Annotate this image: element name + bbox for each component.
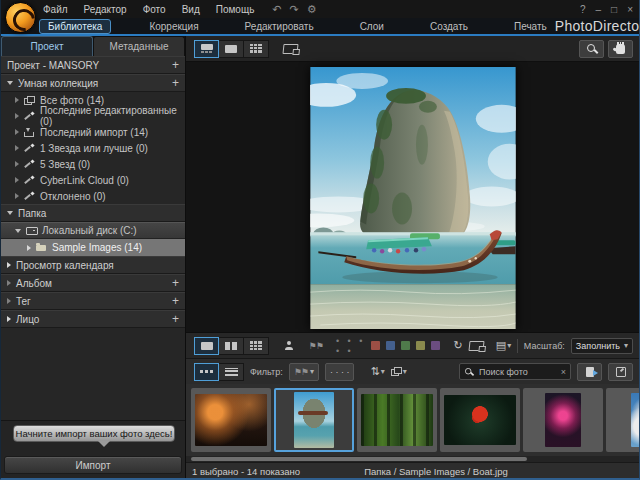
expander-open-icon[interactable] bbox=[15, 229, 21, 233]
tree-item-five-stars[interactable]: 5 Звезд (0) bbox=[1, 156, 185, 172]
add-smart-collection-icon[interactable]: + bbox=[172, 78, 179, 88]
list-view-button[interactable] bbox=[219, 363, 244, 381]
view-photo-filmstrip-button[interactable] bbox=[194, 40, 219, 58]
add-tag-icon[interactable]: + bbox=[172, 296, 179, 306]
color-tag-purple[interactable] bbox=[431, 341, 440, 350]
thumbnail-clouds[interactable] bbox=[606, 388, 640, 452]
window-minimize-button[interactable]: – bbox=[596, 4, 602, 15]
zoom-level-dropdown[interactable]: Заполнить ▾ bbox=[571, 338, 633, 354]
tree-item-sample-images[interactable]: Sample Images (14) bbox=[1, 239, 185, 256]
expander-closed-icon[interactable] bbox=[15, 161, 19, 167]
tab-library[interactable]: Библиотека bbox=[39, 19, 111, 34]
secondary-display-icon[interactable] bbox=[282, 44, 298, 54]
menu-editor[interactable]: Редактор bbox=[84, 4, 127, 15]
expander-closed-icon[interactable] bbox=[7, 316, 11, 322]
rating-filter-button[interactable]: · · · · bbox=[325, 363, 355, 381]
tree-item-label: Sample Images (14) bbox=[52, 242, 142, 253]
add-album-icon[interactable]: + bbox=[172, 278, 179, 288]
menu-file[interactable]: Файл bbox=[43, 4, 68, 15]
face-tag-icon[interactable] bbox=[284, 341, 294, 350]
tab-adjustment[interactable]: Коррекция bbox=[141, 20, 206, 33]
tree-item-local-disk[interactable]: Локальный диск (C:) bbox=[1, 222, 185, 239]
add-face-icon[interactable]: + bbox=[172, 314, 179, 324]
tree-item-cyberlink-cloud[interactable]: CyberLink Cloud (0) bbox=[1, 172, 185, 188]
thumbnail-forest[interactable] bbox=[357, 388, 437, 452]
tab-project[interactable]: Проект bbox=[1, 36, 93, 56]
small-thumbnails-button[interactable] bbox=[194, 363, 219, 381]
color-tag-blue[interactable] bbox=[386, 341, 395, 350]
thumbnail-options-button[interactable]: ▤ ▾ bbox=[496, 339, 511, 352]
slideshow-icon[interactable] bbox=[468, 341, 484, 351]
undo-icon[interactable]: ↶ bbox=[272, 3, 281, 16]
expander-closed-icon[interactable] bbox=[15, 145, 19, 151]
tag-section-header[interactable]: Тег + bbox=[1, 292, 185, 310]
photo-canvas bbox=[186, 62, 640, 332]
album-section-header[interactable]: Альбом + bbox=[1, 274, 185, 292]
expander-closed-icon[interactable] bbox=[15, 177, 19, 183]
thumbnail-red-leaf[interactable] bbox=[440, 388, 520, 452]
menu-photo[interactable]: Фото bbox=[143, 4, 166, 15]
expander-closed-icon[interactable] bbox=[15, 113, 19, 119]
tree-item-rejected[interactable]: Отклонено (0) bbox=[1, 188, 185, 204]
settings-gear-icon[interactable]: ⚙ bbox=[307, 3, 317, 16]
view-photo-only-button[interactable] bbox=[219, 40, 244, 58]
single-view-button[interactable] bbox=[194, 337, 219, 355]
redo-icon[interactable]: ↷ bbox=[290, 3, 299, 16]
photos-stack-icon bbox=[24, 96, 35, 105]
star-rating-dots[interactable]: • • • • • bbox=[336, 336, 366, 356]
scrollbar-thumb[interactable] bbox=[191, 457, 527, 461]
import-button[interactable]: Импорт bbox=[4, 456, 182, 474]
open-external-button[interactable] bbox=[608, 363, 633, 381]
expander-closed-icon[interactable] bbox=[15, 129, 19, 135]
add-project-icon[interactable]: + bbox=[172, 60, 179, 70]
thumbnail-basketball[interactable] bbox=[191, 388, 271, 452]
smart-collection-header[interactable]: Умная коллекция + bbox=[1, 74, 185, 92]
menu-help[interactable]: Помощь bbox=[216, 4, 255, 15]
rotate-icon[interactable]: ↻ bbox=[454, 339, 463, 352]
clear-search-icon[interactable]: × bbox=[561, 367, 566, 377]
main-photo[interactable] bbox=[310, 67, 516, 329]
expander-open-icon[interactable] bbox=[7, 81, 13, 85]
expander-closed-icon[interactable] bbox=[15, 97, 19, 103]
grid-view-button[interactable] bbox=[244, 337, 269, 355]
window-close-button[interactable]: × bbox=[627, 4, 633, 15]
color-tag-red[interactable] bbox=[371, 341, 380, 350]
pan-tool-button[interactable] bbox=[608, 40, 633, 58]
expander-closed-icon[interactable] bbox=[7, 280, 11, 286]
tab-print[interactable]: Печать bbox=[506, 20, 555, 33]
tree-item-one-star[interactable]: 1 Звезда или лучше (0) bbox=[1, 140, 185, 156]
sort-button[interactable]: ⇅ ▾ bbox=[370, 365, 384, 378]
flag-filter-button[interactable]: ⚑⚑ ▾ bbox=[289, 363, 319, 381]
window-help-button[interactable]: ? bbox=[580, 4, 586, 15]
tab-edit[interactable]: Редактировать bbox=[237, 20, 322, 33]
thumbnail-boat-selected[interactable] bbox=[274, 388, 354, 452]
photo-search-box[interactable]: × bbox=[459, 363, 571, 380]
calendar-section-header[interactable]: Просмотр календаря bbox=[1, 256, 185, 274]
expander-closed-icon[interactable] bbox=[27, 245, 31, 251]
folder-section-header[interactable]: Папка bbox=[1, 204, 185, 222]
thumbnail-neon-shop[interactable] bbox=[523, 388, 603, 452]
project-name: Проект - MANSORY bbox=[7, 60, 99, 71]
zoom-tool-button[interactable] bbox=[579, 40, 604, 58]
project-header-row[interactable]: Проект - MANSORY + bbox=[1, 56, 185, 74]
menu-view[interactable]: Вид bbox=[182, 4, 200, 15]
expander-closed-icon[interactable] bbox=[15, 193, 19, 199]
search-input[interactable] bbox=[477, 366, 558, 378]
tab-metadata[interactable]: Метаданные bbox=[93, 36, 185, 56]
compare-view-button[interactable] bbox=[219, 337, 244, 355]
brand-title: PhotoDirector bbox=[555, 18, 640, 34]
color-tag-yellow[interactable] bbox=[416, 341, 425, 350]
color-tag-green[interactable] bbox=[401, 341, 410, 350]
tab-create[interactable]: Создать bbox=[422, 20, 476, 33]
tab-layers[interactable]: Слои bbox=[352, 20, 392, 33]
expander-open-icon[interactable] bbox=[7, 211, 13, 215]
expander-closed-icon[interactable] bbox=[7, 262, 11, 268]
expander-closed-icon[interactable] bbox=[7, 298, 11, 304]
view-grid-button[interactable] bbox=[244, 40, 269, 58]
face-section-header[interactable]: Лицо + bbox=[1, 310, 185, 328]
tree-item-recently-edited[interactable]: Последние редактированные (0) bbox=[1, 108, 185, 124]
window-maximize-button[interactable]: □ bbox=[611, 4, 617, 15]
export-button[interactable] bbox=[577, 363, 602, 381]
flag-icons[interactable]: ⚑⚑ bbox=[309, 341, 323, 351]
stack-button[interactable]: ▾ bbox=[391, 367, 407, 376]
